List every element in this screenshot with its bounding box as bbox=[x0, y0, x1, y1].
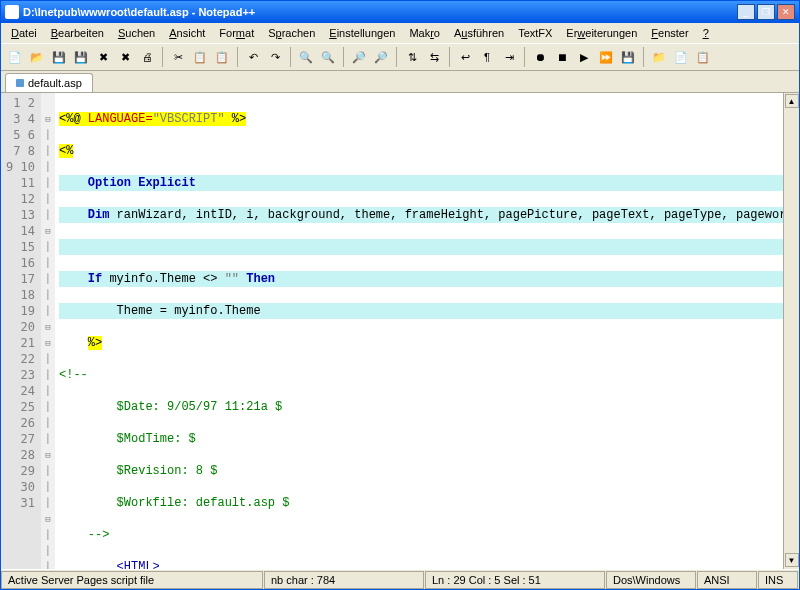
tool-icon[interactable]: 📋 bbox=[693, 47, 713, 67]
toolbar-sep bbox=[237, 47, 238, 67]
undo-icon[interactable]: ↶ bbox=[243, 47, 263, 67]
toolbar-sep bbox=[396, 47, 397, 67]
new-file-icon[interactable]: 📄 bbox=[5, 47, 25, 67]
app-window: D:\Inetpub\wwwroot\default.asp - Notepad… bbox=[0, 0, 800, 590]
copy-icon[interactable]: 📋 bbox=[190, 47, 210, 67]
tool-icon[interactable]: 📄 bbox=[671, 47, 691, 67]
menubar: Datei Bearbeiten Suchen Ansicht Format S… bbox=[1, 23, 799, 43]
tabbar: default.asp bbox=[1, 71, 799, 93]
close-file-icon[interactable]: ✖ bbox=[93, 47, 113, 67]
menu-language[interactable]: Sprachen bbox=[262, 25, 321, 41]
status-chars: nb char : 784 bbox=[264, 571, 424, 589]
app-icon bbox=[5, 5, 19, 19]
code-area[interactable]: <%@ LANGUAGE="VBSCRIPT" %> <% Option Exp… bbox=[55, 93, 783, 569]
window-title: D:\Inetpub\wwwroot\default.asp - Notepad… bbox=[23, 6, 735, 18]
minimize-button[interactable]: _ bbox=[737, 4, 755, 20]
allchars-icon[interactable]: ¶ bbox=[477, 47, 497, 67]
zoom-in-icon[interactable]: 🔎 bbox=[349, 47, 369, 67]
save-macro-icon[interactable]: 💾 bbox=[618, 47, 638, 67]
tab-label: default.asp bbox=[28, 77, 82, 89]
menu-run[interactable]: Ausführen bbox=[448, 25, 510, 41]
replace-icon[interactable]: 🔍 bbox=[318, 47, 338, 67]
scroll-up-icon[interactable]: ▲ bbox=[785, 94, 799, 108]
status-encoding: ANSI bbox=[697, 571, 757, 589]
indent-icon[interactable]: ⇥ bbox=[499, 47, 519, 67]
statusbar: Active Server Pages script file nb char … bbox=[1, 569, 799, 589]
toolbar-sep bbox=[449, 47, 450, 67]
maximize-button[interactable]: ❐ bbox=[757, 4, 775, 20]
menu-settings[interactable]: Einstellungen bbox=[323, 25, 401, 41]
redo-icon[interactable]: ↷ bbox=[265, 47, 285, 67]
titlebar: D:\Inetpub\wwwroot\default.asp - Notepad… bbox=[1, 1, 799, 23]
close-all-icon[interactable]: ✖ bbox=[115, 47, 135, 67]
menu-edit[interactable]: Bearbeiten bbox=[45, 25, 110, 41]
cut-icon[interactable]: ✂ bbox=[168, 47, 188, 67]
sync-v-icon[interactable]: ⇅ bbox=[402, 47, 422, 67]
status-position: Ln : 29 Col : 5 Sel : 51 bbox=[425, 571, 605, 589]
sync-h-icon[interactable]: ⇆ bbox=[424, 47, 444, 67]
toolbar-sep bbox=[290, 47, 291, 67]
save-icon[interactable]: 💾 bbox=[49, 47, 69, 67]
menu-window[interactable]: Fenster bbox=[645, 25, 694, 41]
print-icon[interactable]: 🖨 bbox=[137, 47, 157, 67]
line-numbers: 1 2 3 4 5 6 7 8 9 10 11 12 13 14 15 16 1… bbox=[1, 93, 41, 569]
fold-column[interactable]: ⊟││││││⊟│││││⊟⊟││││││⊟│││⊟││││ bbox=[41, 93, 55, 569]
wordwrap-icon[interactable]: ↩ bbox=[455, 47, 475, 67]
tool-icon[interactable]: 📁 bbox=[649, 47, 669, 67]
menu-view[interactable]: Ansicht bbox=[163, 25, 211, 41]
menu-file[interactable]: Datei bbox=[5, 25, 43, 41]
menu-macro[interactable]: Makro bbox=[403, 25, 446, 41]
menu-plugins[interactable]: Erweiterungen bbox=[560, 25, 643, 41]
record-icon[interactable]: ⏺ bbox=[530, 47, 550, 67]
status-language: Active Server Pages script file bbox=[1, 571, 263, 589]
play-multi-icon[interactable]: ⏩ bbox=[596, 47, 616, 67]
status-eol: Dos\Windows bbox=[606, 571, 696, 589]
toolbar-sep bbox=[643, 47, 644, 67]
toolbar-sep bbox=[343, 47, 344, 67]
play-icon[interactable]: ▶ bbox=[574, 47, 594, 67]
scroll-down-icon[interactable]: ▼ bbox=[785, 553, 799, 567]
file-tab[interactable]: default.asp bbox=[5, 73, 93, 92]
vertical-scrollbar[interactable]: ▲ ▼ bbox=[783, 93, 799, 569]
menu-search[interactable]: Suchen bbox=[112, 25, 161, 41]
zoom-out-icon[interactable]: 🔎 bbox=[371, 47, 391, 67]
stop-icon[interactable]: ⏹ bbox=[552, 47, 572, 67]
editor: 1 2 3 4 5 6 7 8 9 10 11 12 13 14 15 16 1… bbox=[1, 93, 799, 569]
close-button[interactable]: ✕ bbox=[777, 4, 795, 20]
open-file-icon[interactable]: 📂 bbox=[27, 47, 47, 67]
menu-textfx[interactable]: TextFX bbox=[512, 25, 558, 41]
save-all-icon[interactable]: 💾 bbox=[71, 47, 91, 67]
menu-help[interactable]: ? bbox=[697, 25, 715, 41]
toolbar-sep bbox=[162, 47, 163, 67]
toolbar: 📄 📂 💾 💾 ✖ ✖ 🖨 ✂ 📋 📋 ↶ ↷ 🔍 🔍 🔎 🔎 ⇅ ⇆ ↩ ¶ … bbox=[1, 43, 799, 71]
paste-icon[interactable]: 📋 bbox=[212, 47, 232, 67]
status-mode: INS bbox=[758, 571, 798, 589]
find-icon[interactable]: 🔍 bbox=[296, 47, 316, 67]
menu-format[interactable]: Format bbox=[213, 25, 260, 41]
tab-saved-icon bbox=[16, 79, 24, 87]
toolbar-sep bbox=[524, 47, 525, 67]
